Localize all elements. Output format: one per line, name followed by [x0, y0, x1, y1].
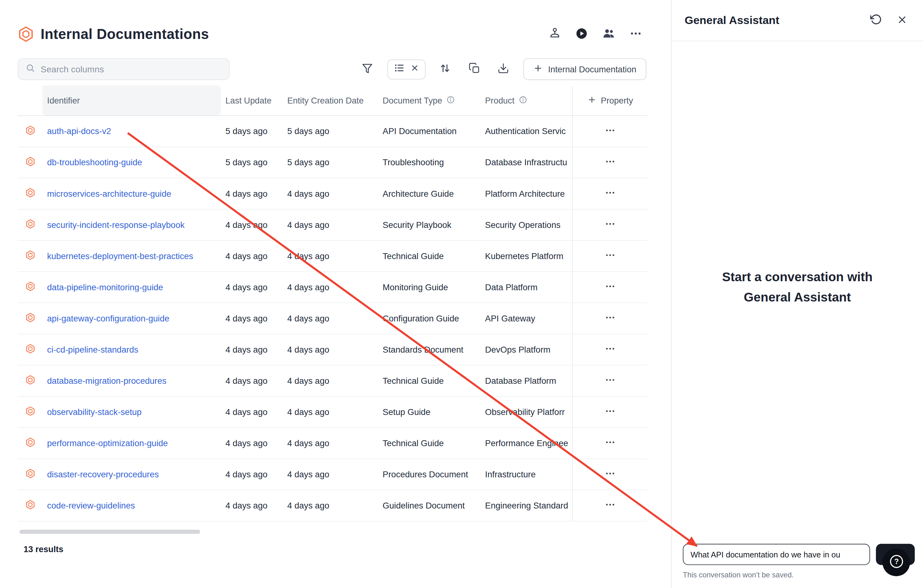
row-actions-button[interactable] — [600, 249, 620, 263]
identifier-cell: db-troubleshooting-guide — [43, 147, 221, 178]
copy-button[interactable] — [465, 60, 484, 79]
identifier-link[interactable]: observability-stack-setup — [47, 407, 141, 417]
joystick-button[interactable] — [545, 25, 564, 43]
row-actions-button[interactable] — [600, 186, 620, 200]
hexagon-asset-icon — [25, 250, 35, 262]
entity-creation-date-cell: 4 days ago — [287, 303, 383, 333]
last-update-cell: 4 days ago — [221, 459, 287, 489]
column-header-identifier[interactable]: Identifier — [43, 85, 221, 115]
identifier-link[interactable]: microservices-architecture-guide — [47, 189, 171, 198]
sort-arrows-icon — [439, 62, 451, 76]
identifier-link[interactable]: data-pipeline-monitoring-guide — [47, 283, 163, 292]
add-property-button[interactable]: Property — [587, 95, 633, 106]
column-header-document-type[interactable]: Document Type — [383, 85, 485, 115]
users-button[interactable] — [599, 25, 618, 43]
assistant-chat-input[interactable] — [683, 544, 870, 565]
document-type-cell: Technical Guide — [383, 241, 485, 271]
identifier-link[interactable]: auth-api-docs-v2 — [47, 126, 111, 136]
row-actions-button[interactable] — [600, 436, 620, 450]
identifier-cell: ci-cd-pipeline-standards — [43, 334, 221, 365]
identifier-link[interactable]: ci-cd-pipeline-standards — [47, 345, 138, 354]
users-icon — [602, 27, 615, 41]
identifier-link[interactable]: security-incident-response-playbook — [47, 220, 185, 230]
identifier-cell: microservices-architecture-guide — [43, 178, 221, 209]
identifier-link[interactable]: database-migration-procedures — [47, 376, 166, 385]
row-actions-button[interactable] — [600, 343, 620, 356]
row-actions-button[interactable] — [600, 499, 620, 512]
identifier-cell: auth-api-docs-v2 — [43, 116, 221, 146]
row-actions-button[interactable] — [600, 467, 620, 481]
row-actions-cell — [572, 365, 648, 396]
row-actions-cell — [572, 397, 648, 427]
entity-creation-date-cell: 4 days ago — [287, 397, 383, 427]
filter-button[interactable] — [358, 60, 377, 79]
sort-button[interactable] — [435, 60, 454, 79]
identifier-link[interactable]: performance-optimization-guide — [47, 439, 168, 448]
identifier-link[interactable]: disaster-recovery-procedures — [47, 470, 159, 479]
column-header-entity-creation-date[interactable]: Entity Creation Date — [287, 85, 383, 115]
column-header-product[interactable]: Product — [485, 85, 572, 115]
row-actions-cell — [572, 459, 648, 489]
product-info-icon[interactable] — [519, 95, 527, 106]
column-header-last-update[interactable]: Last Update — [221, 85, 287, 115]
hexagon-asset-icon — [25, 281, 35, 293]
more-horizontal-icon — [629, 27, 642, 41]
identifier-link[interactable]: code-review-guidelines — [47, 501, 135, 510]
row-actions-cell — [572, 178, 648, 209]
play-button[interactable] — [572, 25, 591, 43]
identifier-link[interactable]: db-troubleshooting-guide — [47, 158, 142, 167]
row-actions-button[interactable] — [600, 218, 620, 232]
row-actions-button[interactable] — [600, 280, 620, 294]
active-view-chip[interactable] — [387, 59, 425, 79]
entity-creation-date-cell: 4 days ago — [287, 365, 383, 396]
last-update-cell: 4 days ago — [221, 334, 287, 365]
add-internal-documentation-button[interactable]: Internal Documentation — [523, 58, 646, 80]
more-horizontal-icon — [604, 374, 616, 388]
last-update-cell: 4 days ago — [221, 490, 287, 521]
row-actions-button[interactable] — [600, 124, 620, 138]
more-horizontal-icon — [604, 250, 616, 263]
row-actions-button[interactable] — [600, 405, 620, 419]
close-icon — [896, 14, 907, 27]
asset-icon-cell — [18, 428, 43, 458]
reset-conversation-button[interactable] — [867, 11, 885, 30]
search-columns-input[interactable] — [41, 64, 222, 74]
product-cell: Observability Platforr — [485, 397, 572, 427]
clear-view-icon[interactable] — [410, 64, 419, 75]
help-button[interactable]: ? — [882, 549, 910, 576]
search-icon — [25, 63, 35, 76]
hexagon-asset-icon — [25, 156, 35, 168]
identifier-cell: kubernetes-deployment-best-practices — [43, 241, 221, 271]
entity-creation-date-cell: 4 days ago — [287, 459, 383, 489]
more-horizontal-icon — [604, 218, 616, 232]
document-type-cell: Technical Guide — [383, 365, 485, 396]
row-actions-button[interactable] — [600, 312, 620, 325]
list-view-icon — [394, 62, 405, 76]
row-actions-cell — [572, 147, 648, 178]
row-actions-button[interactable] — [600, 155, 620, 169]
product-cell: Kubernetes Platform — [485, 241, 572, 271]
add-property-label: Property — [601, 96, 633, 105]
document-type-info-icon[interactable] — [447, 95, 455, 106]
product-cell: Performance Enginee — [485, 428, 572, 458]
last-update-cell: 4 days ago — [221, 210, 287, 240]
table-row: microservices-architecture-guide 4 days … — [18, 178, 648, 210]
product-cell: Authentication Servic — [485, 116, 572, 146]
table-row: data-pipeline-monitoring-guide 4 days ag… — [18, 272, 648, 303]
identifier-link[interactable]: api-gateway-configuration-guide — [47, 314, 169, 323]
column-header-add-property: Property — [572, 85, 648, 115]
hexagon-asset-icon — [25, 219, 35, 231]
hexagon-asset-icon — [25, 406, 35, 418]
svg-text:?: ? — [894, 557, 898, 565]
table-body: auth-api-docs-v2 5 days ago 5 days ago A… — [18, 116, 648, 522]
row-actions-button[interactable] — [600, 374, 620, 388]
close-panel-button[interactable] — [892, 11, 911, 30]
identifier-link[interactable]: kubernetes-deployment-best-practices — [47, 251, 193, 261]
download-button[interactable] — [494, 60, 513, 79]
horizontal-scrollbar-thumb[interactable] — [19, 530, 200, 534]
hexagon-asset-icon — [25, 125, 35, 137]
filter-funnel-icon — [361, 62, 373, 76]
more-options-button[interactable] — [626, 25, 645, 43]
more-horizontal-icon — [604, 468, 616, 481]
product-cell: Infrastructure — [485, 459, 572, 489]
